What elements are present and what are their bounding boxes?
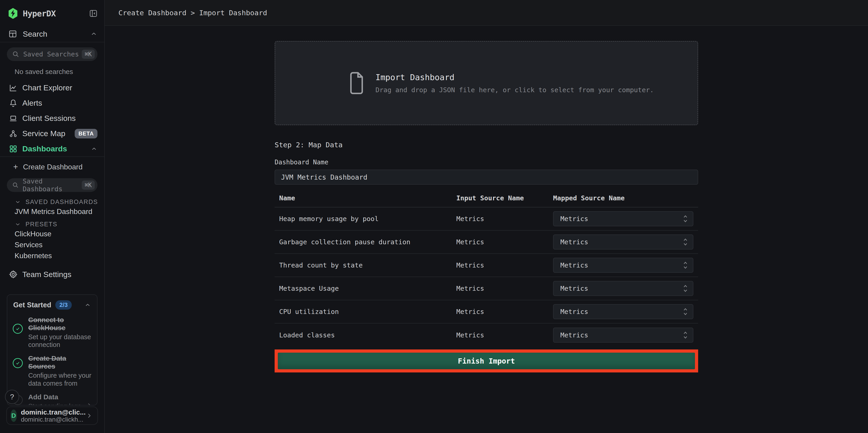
tree-item-label: JVM Metrics Dashboard [14,207,92,216]
mapped-source-select[interactable]: Metrics [553,258,693,273]
section-title: PRESETS [26,221,57,228]
row-input-source: Metrics [456,285,553,292]
dashboard-name-label: Dashboard Name [275,158,698,166]
no-saved-searches-text: No saved searches [14,68,104,75]
sidebar-item-chart-explorer[interactable]: Chart Explorer [0,80,104,95]
dropzone-subtitle: Drag and drop a JSON file here, or click… [375,86,654,94]
get-started-item-sources[interactable]: Create Data Sources Configure where your… [7,350,97,389]
row-name: CPU utilization [279,308,456,315]
sidebar: HyperDX Search [0,0,105,433]
row-name: Thread count by state [279,261,456,269]
user-menu[interactable]: D dominic.tran@clic... dominic.tran@clic… [6,407,98,425]
help-label: ? [10,393,14,401]
mapped-source-select[interactable]: Metrics [553,328,693,343]
mapped-source-select[interactable]: Metrics [553,211,693,226]
sidebar-item-service-map[interactable]: Service Map BETA [0,126,104,141]
chart-explorer-icon [8,83,18,92]
sidebar-item-clickhouse[interactable]: ClickHouse [0,228,104,239]
chevron-up-icon[interactable] [84,302,91,308]
sidebar-item-kubernetes[interactable]: Kubernetes [0,250,104,261]
select-value: Metrics [560,238,588,246]
get-started-item-desc: Set up your database connection [28,333,92,348]
sidebar-item-dashboards[interactable]: Dashboards [0,141,104,156]
avatar: D [10,409,17,422]
beta-badge: BETA [75,129,97,138]
row-input-source: Metrics [456,331,553,339]
breadcrumb: Create Dashboard > Import Dashboard [118,9,267,17]
top-bar: Create Dashboard > Import Dashboard [105,0,868,26]
nav-label: Service Map [22,129,65,138]
saved-dashboards-section-header[interactable]: SAVED DASHBOARDS [14,198,104,206]
mapped-source-select[interactable]: Metrics [553,304,693,319]
dashboard-name-input[interactable] [275,169,698,185]
check-circle-icon [13,358,23,368]
chevron-up-icon[interactable] [91,146,97,152]
nav-label: Alerts [22,99,42,107]
progress-badge: 2/3 [55,300,72,310]
get-started-item-title: Connect to ClickHouse [28,316,81,332]
saved-searches-placeholder: Saved Searches [23,50,79,58]
main-content: Import Dashboard Drag and drop a JSON fi… [105,26,868,433]
tree-item-label: ClickHouse [14,230,52,238]
hyperdx-logo-icon [8,8,18,19]
table-row: CPU utilization Metrics Metrics [275,300,698,323]
select-value: Metrics [560,261,588,269]
table-row: Thread count by state Metrics Metrics [275,254,698,277]
sidebar-item-search[interactable]: Search [0,30,104,42]
table-row: Heap memory usage by pool Metrics Metric… [275,207,698,230]
col-mapped-source: Mapped Source Name [553,194,698,202]
saved-searches-input[interactable]: Saved Searches ⌘K [7,48,97,61]
chevron-updown-icon [682,214,688,223]
chevron-up-icon[interactable] [90,30,97,37]
chevron-down-icon [14,221,21,227]
get-started-panel: Get Started 2/3 Connect to ClickHouse Se… [7,295,97,405]
app-root: HyperDX Search [0,0,868,433]
finish-import-button[interactable]: Finish Import [278,353,695,369]
nav-label: Client Sessions [22,114,75,123]
gear-icon [8,270,18,279]
create-dashboard-button[interactable]: + Create Dashboard [0,157,104,177]
logo-row: HyperDX [0,0,104,19]
mapped-source-select[interactable]: Metrics [553,235,693,249]
presets-section-header[interactable]: PRESETS [14,220,104,228]
get-started-item-connect[interactable]: Connect to ClickHouse Set up your databa… [7,311,97,350]
saved-dashboards-input[interactable]: Saved Dashboards ⌘K [7,178,97,192]
sidebar-item-jvm-metrics-dashboard[interactable]: JVM Metrics Dashboard [0,206,104,217]
import-dropzone[interactable]: Import Dashboard Drag and drop a JSON fi… [275,41,698,125]
chevron-updown-icon [682,284,688,293]
app-title: HyperDX [23,9,56,18]
get-started-item-title: Create Data Sources [28,354,92,370]
dropzone-title: Import Dashboard [375,73,654,82]
help-button[interactable]: ? [5,390,19,404]
table-header-row: Name Input Source Name Mapped Source Nam… [275,191,698,207]
select-value: Metrics [560,285,588,292]
chevron-updown-icon [682,238,688,247]
get-started-item-desc: Start sending logs, metrics, or traces [28,402,84,405]
service-map-icon [8,129,18,138]
get-started-item-add-data[interactable]: Add Data Start sending logs, metrics, or… [7,389,97,405]
shortcut-badge: ⌘K [82,50,95,59]
file-icon [349,71,364,95]
mapped-source-select[interactable]: Metrics [553,281,693,296]
chevron-updown-icon [682,307,688,316]
get-started-item-title: Add Data [28,393,84,401]
sidebar-nav: Chart Explorer Alerts Cl [0,80,104,157]
row-input-source: Metrics [456,215,553,223]
select-value: Metrics [560,308,588,315]
search-icon [12,181,19,189]
laptop-icon [8,114,18,123]
get-started-header[interactable]: Get Started 2/3 [7,295,97,311]
sidebar-item-services[interactable]: Services [0,239,104,250]
row-name: Garbage collection pause duration [279,238,456,246]
user-email: dominic.tran@clickh... [21,416,86,423]
sidebar-item-alerts[interactable]: Alerts [0,95,104,111]
tree-item-label: Kubernetes [14,252,52,260]
sidebar-item-client-sessions[interactable]: Client Sessions [0,111,104,126]
sidebar-item-team-settings[interactable]: Team Settings [0,268,104,281]
row-input-source: Metrics [456,308,553,315]
dashboards-icon [8,144,18,153]
sidebar-collapse-icon[interactable] [89,9,98,18]
row-name: Heap memory usage by pool [279,215,456,223]
user-name: dominic.tran@clic... [21,408,86,416]
shortcut-badge: ⌘K [82,181,95,190]
